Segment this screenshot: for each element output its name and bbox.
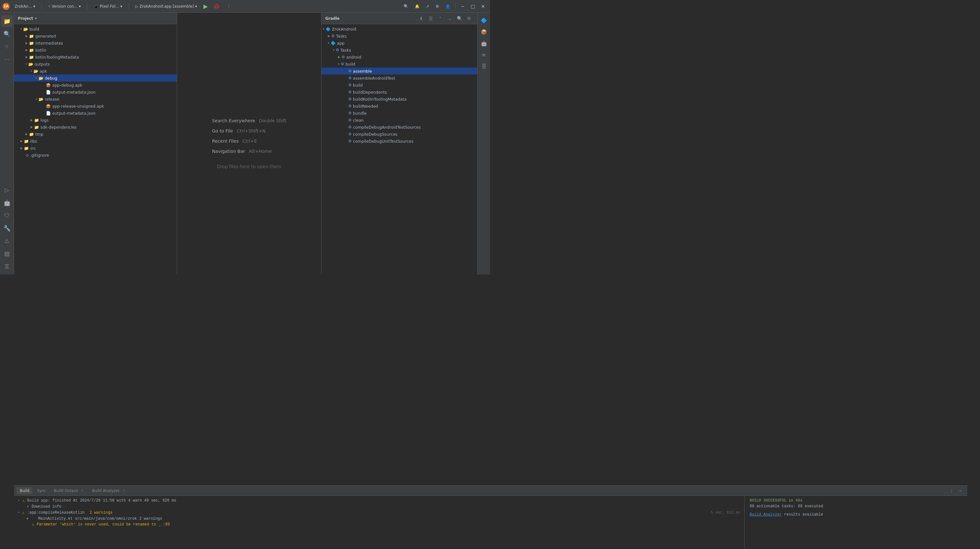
right-icon-android[interactable]: 🤖: [479, 38, 489, 48]
recent-files-key: Ctrl+E: [242, 138, 257, 144]
tasks-app-label: Tasks: [340, 48, 351, 52]
tasks-app-chevron-icon: ▾: [333, 48, 334, 52]
compileDebugUnit-task-icon: ⚙: [348, 139, 352, 143]
gradle-settings-btn[interactable]: ☰: [426, 14, 435, 23]
close-button[interactable]: ✕: [479, 2, 487, 11]
gradle-item-bundle[interactable]: ⚙ bundle: [321, 109, 477, 117]
update-btn[interactable]: 🔔: [412, 2, 422, 11]
account-btn[interactable]: 👤: [443, 2, 453, 11]
tree-item-build[interactable]: ▾ 📂 build: [14, 25, 177, 32]
tree-item-app-debug-apk[interactable]: 📦 app-debug.apk: [14, 81, 177, 89]
gradle-item-ZrokAndroid[interactable]: ▾ 🔷 ZrokAndroid: [321, 25, 477, 32]
gradle-item-compileDebugUnitTestSources[interactable]: ⚙ compileDebugUnitTestSources: [321, 138, 477, 144]
tree-item-generated[interactable]: ▶ 📁 generated: [14, 32, 177, 40]
activity-tools-icon[interactable]: 🔧: [1, 222, 13, 234]
tree-item-libs[interactable]: ▶ 📁 libs: [14, 138, 177, 144]
tree-item-intermediates[interactable]: ▶ 📁 intermediates: [14, 40, 177, 46]
tree-item-sdk-dependencies[interactable]: ▶ 📁 sdk-dependencies: [14, 124, 177, 130]
gradle-item-build-task[interactable]: ⚙ build: [321, 81, 477, 89]
compileDebugAndroid-task-icon: ⚙: [348, 125, 352, 129]
share-btn[interactable]: ↗: [423, 2, 432, 11]
gradle-item-app[interactable]: ▾ 🔷 app: [321, 40, 477, 46]
gradle-collapse-btn[interactable]: ⌄: [445, 14, 454, 23]
src-chevron-icon: ▶: [21, 146, 22, 150]
kotlinTooling-chevron-icon: ▶: [25, 56, 28, 59]
gradle-item-compileDebugSources[interactable]: ⚙ compileDebugSources: [321, 130, 477, 138]
activity-vcs-icon[interactable]: ⑂: [1, 41, 13, 52]
project-selector[interactable]: ZrokAn... ▾: [12, 3, 38, 10]
activity-more-icon[interactable]: ⋯: [1, 54, 13, 65]
tree-item-output-metadata-debug[interactable]: 📄 output-metadata.json: [14, 89, 177, 95]
gradle-item-build-tasks[interactable]: ▾ ⚙ build: [321, 60, 477, 68]
tree-item-kotlinTooling[interactable]: ▶ 📁 kotlinToolingMetadata: [14, 54, 177, 60]
tree-item-apk[interactable]: ▾ 📂 apk: [14, 68, 177, 75]
gradle-expand-btn[interactable]: ⌃: [436, 14, 445, 23]
apk-label: apk: [40, 69, 47, 73]
generated-folder-icon: 📁: [29, 34, 34, 38]
editor-shortcuts: Search Everywhere Double Shift Go to Fil…: [212, 118, 286, 169]
activity-terminal-icon[interactable]: ▧: [1, 248, 13, 259]
tree-item-gitignore[interactable]: ⊘ .gitignore: [14, 152, 177, 159]
maximize-button[interactable]: □: [468, 2, 477, 11]
gradle-item-buildNeeded[interactable]: ⚙ buildNeeded: [321, 103, 477, 109]
gradle-item-buildDependents[interactable]: ⚙ buildDependents: [321, 89, 477, 95]
tree-item-src[interactable]: ▶ 📁 src: [14, 144, 177, 152]
tree-item-kotlin[interactable]: ▶ 📁 kotlin: [14, 46, 177, 54]
tree-item-logs[interactable]: ▶ 📁 logs: [14, 117, 177, 124]
gradle-item-compileDebugAndroidTestSources[interactable]: ⚙ compileDebugAndroidTestSources: [321, 124, 477, 130]
assemble-label: assemble: [353, 69, 372, 73]
gradle-item-tasks-app[interactable]: ▾ ⚙ Tasks: [321, 46, 477, 54]
release-label: release: [45, 97, 60, 102]
gradle-item-tasks-root[interactable]: ▶ ⚙ Tasks: [321, 32, 477, 40]
right-icon-list[interactable]: ≡: [479, 50, 489, 60]
search-btn[interactable]: 🔍: [401, 2, 411, 11]
gradle-download-btn[interactable]: ⬇: [417, 14, 426, 23]
build-chevron-icon: ▾: [21, 27, 22, 30]
right-icon-gradle[interactable]: 🔷: [479, 15, 489, 25]
gradle-item-android[interactable]: ▶ ⚙ android: [321, 54, 477, 60]
tree-item-outputs[interactable]: ▾ 📂 outputs: [14, 60, 177, 68]
app-icon: 🔷: [331, 41, 336, 46]
src-folder-icon: 📁: [24, 146, 29, 151]
tasks-app-icon: ⚙: [336, 48, 339, 52]
activity-issues-icon[interactable]: ⚠: [1, 235, 13, 246]
minimize-button[interactable]: ─: [458, 2, 467, 11]
activity-run-icon[interactable]: ▷: [1, 184, 13, 195]
gradle-options-btn[interactable]: ⚙: [465, 14, 473, 23]
activity-search-icon[interactable]: 🔍: [1, 28, 13, 40]
activity-folder-icon[interactable]: 📁: [1, 15, 13, 27]
device-selector[interactable]: 📱 Pixel Fol... ▾: [91, 3, 124, 10]
build-task-label: build: [353, 83, 363, 87]
gradle-item-assembleAndroidTest[interactable]: ⚙ assembleAndroidTest: [321, 75, 477, 81]
tree-item-tmp[interactable]: ▶ 📁 tmp: [14, 130, 177, 138]
gradle-item-clean[interactable]: ⚙ clean: [321, 117, 477, 124]
build-tasks-chevron-icon: ▾: [338, 62, 340, 66]
app-debug-apk-icon: 📦: [46, 83, 51, 87]
gradle-item-buildKotlinToolingMetadata[interactable]: ⚙ buildKotlinToolingMetadata: [321, 95, 477, 103]
tree-item-output-metadata-release[interactable]: 📄 output-metadata.json: [14, 109, 177, 117]
activity-android-icon[interactable]: 🤖: [1, 197, 13, 208]
vcs-chevron-icon: ▾: [79, 4, 81, 9]
gradle-title: Gradle: [325, 16, 415, 21]
settings-btn[interactable]: ⚙: [433, 2, 442, 11]
output-metadata-release-icon: 📄: [46, 111, 51, 116]
gradle-item-assemble[interactable]: ⚙ assemble: [321, 68, 477, 75]
buildDependents-label: buildDependents: [353, 90, 387, 95]
tree-item-release[interactable]: ▾ 📂 release: [14, 95, 177, 103]
run-config-selector[interactable]: ▷ ZrokAndroid:app [assemble] ▾: [133, 3, 200, 10]
libs-label: libs: [30, 139, 37, 144]
activity-security-icon[interactable]: 🛡: [1, 209, 13, 221]
version-control-btn[interactable]: ⑂ Version con... ▾: [46, 3, 83, 10]
tree-item-app-release-apk[interactable]: 📦 app-release-unsigned.apk: [14, 103, 177, 109]
more-actions-btn[interactable]: ⋮: [224, 3, 233, 10]
tasks-root-label: Tasks: [336, 34, 347, 38]
right-icon-maven[interactable]: 📦: [479, 27, 489, 37]
debug-button[interactable]: 🐞: [212, 3, 222, 10]
tree-item-debug[interactable]: ▾ 📂 debug: [14, 75, 177, 81]
right-icon-database[interactable]: 🗄: [479, 61, 489, 71]
activity-git-icon[interactable]: ♊: [1, 260, 13, 272]
buildKotlin-task-icon: ⚙: [348, 97, 352, 101]
assembleAndroidTest-label: assembleAndroidTest: [353, 76, 395, 81]
run-button[interactable]: ▶: [202, 2, 209, 10]
gradle-search-btn[interactable]: 🔍: [455, 14, 464, 23]
